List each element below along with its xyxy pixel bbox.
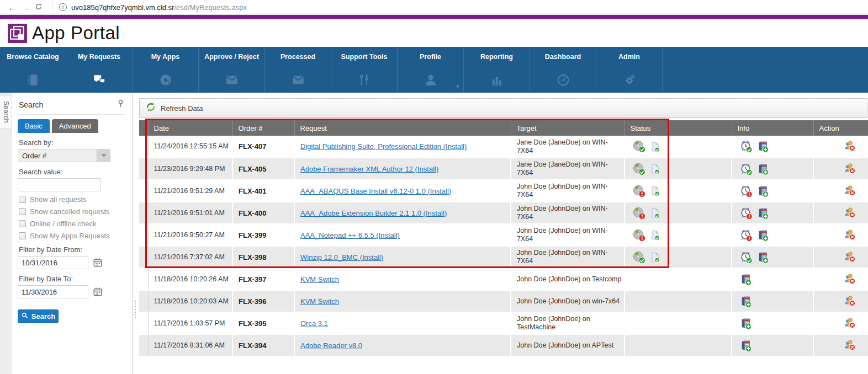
col-order[interactable]: Order #: [232, 120, 294, 136]
search-value-input[interactable]: [18, 178, 100, 191]
person-icon: [398, 73, 463, 87]
cancel-request-icon[interactable]: [844, 250, 856, 263]
schedule-info-icon[interactable]: [740, 140, 753, 153]
add-program-icon[interactable]: [740, 273, 752, 286]
cancel-request-icon[interactable]: [844, 273, 856, 285]
checkbox-online-offline-check[interactable]: Online / offline check: [19, 220, 125, 228]
date-to-input[interactable]: [18, 285, 88, 298]
nav-tab-support-tools[interactable]: Support Tools: [331, 47, 398, 93]
nav-tab-my-apps[interactable]: My Apps: [133, 47, 199, 93]
tab-basic[interactable]: Basic: [18, 119, 50, 133]
cancel-request-icon[interactable]: [844, 162, 856, 174]
cancel-request-icon[interactable]: [844, 317, 856, 329]
policy-status-icon: [650, 252, 660, 263]
search-by-dropdown[interactable]: Order #: [18, 149, 110, 162]
splitter-drag-handle[interactable]: [135, 301, 136, 318]
schedule-info-icon[interactable]: [740, 185, 753, 197]
col-indicator: [139, 120, 148, 136]
add-program-icon[interactable]: [757, 251, 769, 264]
info-cell: [732, 334, 813, 356]
add-program-icon[interactable]: [757, 207, 769, 220]
page-info-icon[interactable]: i: [59, 3, 67, 11]
checkbox-icon[interactable]: [19, 208, 26, 215]
request-link[interactable]: AAA_Adobe Extension Builder 2.1 1.0 (Ins…: [300, 209, 447, 217]
search-value-label: Search value:: [19, 168, 125, 176]
nav-tab-processed[interactable]: Processed: [265, 47, 331, 93]
request-link[interactable]: Orca 3.1: [300, 319, 328, 328]
request-link[interactable]: AAA_Notepad ++ 6.5.5 (Install): [300, 231, 400, 239]
cancel-request-icon[interactable]: [844, 339, 856, 351]
nav-tab-label: Support Tools: [331, 53, 397, 61]
cancel-request-icon[interactable]: [844, 140, 856, 152]
calendar-icon[interactable]: [93, 258, 103, 268]
request-link[interactable]: Winzip 12.0_BMC (Install): [300, 253, 383, 261]
checkbox-icon[interactable]: [19, 196, 26, 203]
request-link[interactable]: KVM Switch: [300, 297, 339, 306]
pin-icon[interactable]: [117, 99, 124, 110]
col-request[interactable]: Request: [294, 120, 511, 136]
calendar-icon[interactable]: [93, 287, 103, 297]
add-program-icon[interactable]: [757, 185, 769, 197]
info-cell: [732, 158, 813, 180]
request-date: 11/21/2016 7:37:02 AM: [148, 246, 232, 268]
action-cell: [813, 334, 868, 356]
requests-content: Refresh Data Date Order # Request Target…: [139, 93, 868, 374]
gauge-icon: [530, 73, 596, 87]
col-date[interactable]: Date: [148, 120, 232, 136]
col-info[interactable]: Info: [732, 120, 813, 136]
tab-advanced[interactable]: Advanced: [52, 119, 98, 133]
schedule-info-icon[interactable]: [740, 251, 753, 264]
refresh-data-button[interactable]: Refresh Data: [139, 98, 867, 118]
request-link[interactable]: AAA_ABAQUS Base Install v6.12-0 1.0 (Ins…: [300, 187, 451, 195]
search-rail-tab[interactable]: Search: [0, 95, 12, 129]
schedule-info-icon[interactable]: [740, 163, 753, 175]
nav-tab-my-requests[interactable]: My Requests: [66, 47, 133, 93]
add-program-icon[interactable]: [757, 163, 769, 175]
cancel-request-icon[interactable]: [844, 184, 856, 196]
cancel-request-icon[interactable]: [844, 206, 856, 218]
col-status[interactable]: Status: [624, 120, 732, 136]
action-cell: [813, 136, 868, 158]
add-program-icon[interactable]: [757, 229, 769, 242]
browser-forward-icon[interactable]: →: [19, 3, 32, 12]
request-link[interactable]: Digital Publishing Suite, Professional E…: [300, 142, 467, 151]
request-link[interactable]: KVM Switch: [300, 275, 339, 284]
cancel-request-icon[interactable]: [844, 295, 856, 307]
schedule-info-icon[interactable]: [740, 229, 753, 242]
col-target[interactable]: Target: [511, 120, 624, 136]
nav-tab-approve-reject[interactable]: Approve / Reject: [199, 47, 265, 93]
dropdown-arrow-icon[interactable]: [97, 149, 110, 162]
request-link[interactable]: Adobe Reader v8.0: [300, 341, 362, 350]
checkbox-show-my-apps-requests[interactable]: Show My Apps Requests: [19, 232, 125, 240]
add-program-icon[interactable]: [740, 295, 752, 308]
chat-bubbles-icon: [66, 73, 132, 87]
schedule-info-icon[interactable]: [740, 207, 753, 220]
date-from-input[interactable]: [18, 256, 88, 269]
panel-splitter[interactable]: [133, 93, 139, 374]
chevron-down-icon[interactable]: [456, 86, 460, 88]
install-status-icon: [633, 229, 645, 242]
browser-reload-icon[interactable]: [32, 3, 45, 12]
checkbox-icon[interactable]: [19, 220, 26, 227]
add-program-icon[interactable]: [740, 339, 752, 352]
browser-back-icon[interactable]: ←: [6, 3, 19, 12]
url-box[interactable]: i uvo185q7qhfxe7yqmbl.vm.cld.sr/esd/MyRe…: [52, 0, 868, 15]
date-to-label: Filter by Date To:: [19, 275, 125, 283]
add-program-icon[interactable]: [740, 317, 752, 330]
checkbox-show-cancelled-requests[interactable]: Show cancelled requests: [19, 207, 125, 216]
install-status-icon: [633, 140, 645, 153]
nav-tab-reporting[interactable]: Reporting: [464, 47, 530, 93]
nav-tab-browse-catalog[interactable]: Browse Catalog: [0, 47, 66, 93]
search-button[interactable]: Search: [18, 309, 59, 323]
col-action[interactable]: Action: [813, 120, 868, 136]
add-program-icon[interactable]: [757, 140, 769, 153]
cancel-request-icon[interactable]: [844, 228, 856, 241]
nav-tab-dashboard[interactable]: Dashboard: [530, 47, 596, 93]
request-link[interactable]: Adobe Framemaker XML Author 12 (Install): [300, 165, 438, 173]
nav-tab-profile[interactable]: Profile: [398, 47, 464, 93]
table-row: 11/17/2016 8:31:06 AMFLX-394Adobe Reader…: [139, 334, 868, 356]
checkbox-show-all-requests[interactable]: Show all requests: [19, 195, 125, 204]
nav-tab-admin[interactable]: Admin: [596, 47, 663, 93]
checkbox-icon[interactable]: [19, 232, 26, 239]
app-portal-logo-icon: [8, 24, 27, 43]
